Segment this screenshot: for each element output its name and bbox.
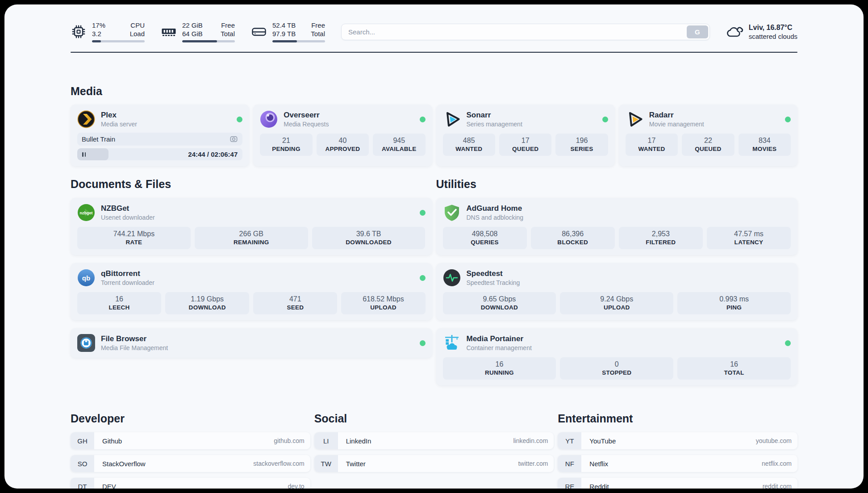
search-engine-button[interactable]: G <box>687 25 708 38</box>
bookmark-name: Github <box>102 437 122 445</box>
bookmark-reddit[interactable]: RE Reddit reddit.com <box>558 478 797 489</box>
section-title-entertainment: Entertainment <box>558 411 797 426</box>
bookmark-name: Twitter <box>346 460 366 468</box>
storage-widget: 52.4 TB 97.9 TB Free Total <box>251 21 325 42</box>
status-online-dot <box>237 117 242 122</box>
app-description: Media server <box>101 120 137 128</box>
weather-widget: Lviv, 16.87°C scattered clouds <box>726 23 797 41</box>
bookmark-name: DEV <box>102 483 116 489</box>
stat-queued: 22 QUEUED <box>682 134 734 156</box>
app-name: AdGuard Home <box>467 204 524 213</box>
playback-progress-row: 24:44 / 02:06:47 <box>77 148 242 160</box>
bookmark-twitter[interactable]: TW Twitter twitter.com <box>314 455 554 472</box>
bookmark-abbr: LI <box>314 432 338 449</box>
app-card-sonarr[interactable]: Sonarr Series management 485 WANTED 17 Q… <box>436 104 615 166</box>
section-title-documents: Documents & Files <box>71 177 432 191</box>
app-name: Media Portainer <box>467 334 532 344</box>
pause-icon <box>82 152 86 157</box>
bookmark-url: twitter.com <box>518 460 548 467</box>
stat-queries: 498,508 QUERIES <box>443 227 527 249</box>
bookmark-youtube[interactable]: YT YouTube youtube.com <box>558 432 797 449</box>
qbittorrent-icon: qb <box>77 269 95 287</box>
bookmark-url: stackoverflow.com <box>253 460 304 467</box>
bookmark-abbr: GH <box>71 432 94 449</box>
weather-condition: scattered clouds <box>749 32 797 41</box>
now-playing-title: Bullet Train <box>82 135 115 143</box>
app-description: Series management <box>467 120 522 128</box>
storage-values: 52.4 TB 97.9 TB <box>272 21 296 38</box>
file-browser-icon <box>77 334 95 352</box>
camera-icon[interactable] <box>230 135 238 143</box>
app-name: Overseerr <box>284 110 329 120</box>
app-card-file-browser[interactable]: File Browser Media File Management <box>71 328 432 358</box>
stat-filtered: 2,953 FILTERED <box>619 227 703 249</box>
bookmarks-entertainment: Entertainment YT YouTube youtube.com NF … <box>558 411 797 489</box>
section-utilities: Utilities <box>436 177 798 385</box>
app-card-radarr[interactable]: Radarr Movie management 17 WANTED 22 QUE… <box>619 104 797 166</box>
app-card-speedtest[interactable]: Speedtest Speedtest Tracking 9.65 Gbps D… <box>436 263 798 320</box>
app-description: Torrent downloader <box>101 279 154 287</box>
status-online-dot <box>785 340 791 346</box>
app-card-nzbget[interactable]: nzbget NZBGet Usenet downloader 744.21 M… <box>71 198 432 255</box>
memory-values: 22 GiB 64 GiB <box>182 21 203 38</box>
top-bar: 17% 3.2 CPU Load <box>71 20 797 44</box>
status-online-dot <box>420 275 426 281</box>
bookmark-stackoverflow[interactable]: SO StackOverflow stackoverflow.com <box>71 455 310 472</box>
app-card-media-portainer[interactable]: Media Portainer Container management 16 … <box>436 328 798 385</box>
stat-approved: 40 APPROVED <box>317 134 369 156</box>
bookmark-url: dev.to <box>288 483 305 489</box>
adguard-shield-icon <box>443 204 461 221</box>
stat-leech: 16 LEECH <box>77 292 161 314</box>
status-online-dot <box>785 117 791 122</box>
app-description: DNS and adblocking <box>467 213 524 221</box>
bookmark-url: github.com <box>274 437 304 444</box>
app-card-plex[interactable]: Plex Media server Bullet Train <box>71 104 249 166</box>
stat-available: 945 AVAILABLE <box>373 134 425 156</box>
cpu-labels: CPU Load <box>130 21 145 38</box>
status-online-dot <box>420 210 426 216</box>
stat-download: 9.65 Gbps DOWNLOAD <box>443 292 556 314</box>
cpu-values: 17% 3.2 <box>92 21 105 38</box>
svg-text:qb: qb <box>82 274 90 282</box>
bookmark-name: LinkedIn <box>346 437 371 445</box>
app-description: Usenet downloader <box>101 213 155 221</box>
bookmark-name: StackOverflow <box>102 460 146 468</box>
header-divider <box>71 52 797 53</box>
app-card-overseerr[interactable]: Overseerr Media Requests 21 PENDING 40 A… <box>253 104 432 166</box>
app-card-qbittorrent[interactable]: qb qBittorrent Torrent downloader 16 LEE… <box>71 263 432 320</box>
app-name: Plex <box>101 110 137 120</box>
app-name: File Browser <box>101 334 168 344</box>
speedtest-pulse-icon <box>443 269 461 287</box>
stat-latency: 47.57 ms LATENCY <box>707 227 791 249</box>
bookmark-linkedin[interactable]: LI LinkedIn linkedin.com <box>314 432 554 449</box>
stat-wanted: 485 WANTED <box>443 134 495 156</box>
bookmark-github[interactable]: GH Github github.com <box>71 432 310 449</box>
stat-blocked: 86,396 BLOCKED <box>531 227 615 249</box>
stat-seed: 471 SEED <box>253 292 337 314</box>
cpu-chip-icon <box>71 24 87 40</box>
memory-progress-bar <box>182 40 235 42</box>
stat-upload: 618.52 Mbps UPLOAD <box>341 292 425 314</box>
bookmark-abbr: SO <box>71 455 94 472</box>
bookmark-url: youtube.com <box>756 437 792 444</box>
status-online-dot <box>602 117 608 122</box>
stat-queued: 17 QUEUED <box>499 134 551 156</box>
ram-stick-icon <box>161 24 177 40</box>
cpu-widget: 17% 3.2 CPU Load <box>71 21 145 42</box>
playback-time: 24:44 / 02:06:47 <box>188 150 238 158</box>
app-name: Speedtest <box>467 269 520 279</box>
app-description: Container management <box>467 344 532 352</box>
app-description: Media Requests <box>284 120 329 128</box>
app-name: NZBGet <box>101 204 155 213</box>
bookmark-abbr: RE <box>558 478 581 489</box>
bookmark-netflix[interactable]: NF Netflix netflix.com <box>558 455 797 472</box>
section-title-utilities: Utilities <box>436 177 798 191</box>
app-name: Radarr <box>649 110 704 120</box>
search-input[interactable] <box>341 24 710 40</box>
app-card-adguard-home[interactable]: AdGuard Home DNS and adblocking 498,508 … <box>436 198 798 255</box>
bookmarks-developer: Developer GH Github github.com SO StackO… <box>71 411 310 489</box>
status-online-dot <box>420 117 426 122</box>
bookmark-url: reddit.com <box>763 483 792 489</box>
bookmark-dev[interactable]: DT DEV dev.to <box>71 478 310 489</box>
scattered-clouds-icon <box>726 24 744 40</box>
